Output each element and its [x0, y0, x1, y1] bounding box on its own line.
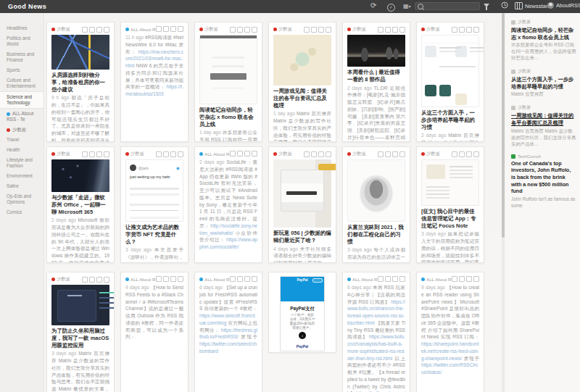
- share-instapaper-icon[interactable]: [163, 26, 169, 32]
- share-save-icon[interactable]: [326, 27, 331, 33]
- share-instapaper-icon[interactable]: [385, 27, 391, 33]
- news-card[interactable]: PayPalPayPal支付一个账户，收款全球，0费用开户覆盖200+家/地区管…: [268, 272, 336, 353]
- share-save-icon[interactable]: [178, 151, 183, 157]
- sidebar-item-少数派[interactable]: 少数派: [0, 125, 44, 135]
- sidebar-item-health[interactable]: Health: [0, 145, 44, 155]
- share-save-icon[interactable]: [252, 151, 257, 157]
- newsstand-button[interactable]: Newsstand: [515, 2, 552, 9]
- share-facebook-icon[interactable]: [82, 277, 88, 283]
- share-facebook-icon[interactable]: [230, 27, 236, 33]
- share-facebook-icon[interactable]: [82, 151, 88, 157]
- share-email-icon[interactable]: [244, 27, 250, 33]
- sidebar-item-op-eds-and-opinions[interactable]: Op-Eds and Opinions: [0, 191, 44, 207]
- card-title[interactable]: 本周看什么 | 最近值得一看的 8 部作品: [347, 69, 405, 83]
- sidebar-item-sports[interactable]: Sports: [0, 65, 44, 75]
- share-save-icon[interactable]: [399, 276, 405, 282]
- share-email-icon[interactable]: [392, 151, 398, 157]
- search-box[interactable]: [415, 2, 480, 10]
- share-instapaper-icon[interactable]: [385, 151, 391, 157]
- share-save-icon[interactable]: [326, 151, 331, 157]
- news-card[interactable]: 少数派 从这三个方面入手，一步步培养起早睡早起的习惯 2 days ago Ma…: [416, 22, 484, 142]
- news-card[interactable]: ALL About RSS - Teleg 9 days ago 【How to…: [416, 272, 484, 392]
- share-email-icon[interactable]: [170, 276, 176, 282]
- card-link[interactable]: https://twitter.com/RSSCircus/status/: [421, 362, 478, 375]
- share-save-icon[interactable]: [473, 276, 479, 282]
- sidebar-item-lifestyle-and-fashion[interactable]: Lifestyle and Fashion: [0, 155, 44, 171]
- news-card[interactable]: 少数派 从房源选择到好物分享，给准备租房的你一些小建议 9 h ago 都说「房…: [46, 22, 115, 142]
- panel-item-title[interactable]: One of Canada's top investors, John Ruff…: [511, 160, 576, 195]
- panel-item[interactable]: TechCrunch One of Canada's top investors…: [511, 154, 576, 209]
- mark-all-read-icon[interactable]: ✓: [387, 2, 395, 11]
- share-instapaper-icon[interactable]: [459, 27, 465, 33]
- share-instapaper-icon[interactable]: [163, 151, 169, 157]
- news-card[interactable]: 少数派 阅读笔记自动同步，轻芒杂志 x flomo 联名会员上线 1 day a…: [194, 22, 262, 142]
- paypal-arrow-button[interactable]: ›: [299, 332, 306, 339]
- search-input[interactable]: [426, 4, 476, 9]
- share-save-icon[interactable]: [178, 26, 183, 32]
- share-email-icon[interactable]: [318, 27, 324, 33]
- share-email-icon[interactable]: [318, 151, 324, 157]
- share-facebook-icon[interactable]: [156, 276, 162, 282]
- share-facebook-icon[interactable]: [156, 151, 162, 157]
- share-email-icon[interactable]: [466, 27, 472, 33]
- share-save-icon[interactable]: [399, 27, 405, 33]
- share-instapaper-icon[interactable]: [237, 27, 243, 33]
- share-email-icon[interactable]: [392, 276, 398, 282]
- sidebar-item-comics[interactable]: Comics: [0, 207, 44, 217]
- card-title[interactable]: 与少数派「走进」微软苏州 Office，一起聊一聊 Microsoft 365: [51, 194, 109, 215]
- share-email-icon[interactable]: [244, 151, 250, 157]
- share-save-icon[interactable]: [252, 27, 257, 33]
- share-email-icon[interactable]: [96, 151, 102, 157]
- share-email-icon[interactable]: [96, 27, 102, 33]
- scrollbar-thumb[interactable]: [502, 13, 505, 238]
- share-save-icon[interactable]: [252, 276, 257, 282]
- sidebar-item-travel[interactable]: Travel: [0, 135, 44, 145]
- sidebar-item-all-about-rss-te[interactable]: ALL About RSS - Te: [0, 109, 44, 125]
- share-facebook-icon[interactable]: [230, 151, 236, 157]
- share-save-icon[interactable]: [399, 151, 405, 157]
- share-save-icon[interactable]: [104, 27, 109, 33]
- share-instapaper-icon[interactable]: [385, 276, 391, 282]
- share-instapaper-icon[interactable]: [311, 151, 317, 157]
- card-title[interactable]: 让推文成为艺术品的数字货币 NFT 究竟是什么？: [125, 224, 183, 245]
- share-facebook-icon[interactable]: [156, 26, 162, 32]
- news-card[interactable]: ALL About RSS - Teleg 2 days ago SociaLi…: [194, 146, 262, 263]
- panel-item[interactable]: 少数派 从这三个方面入手，一步步培养起早睡早起的习惯 Matrix 首页推荐: [511, 68, 576, 98]
- news-card[interactable]: 少数派 @jackjust setting up my twttr 让推文成为艺…: [120, 146, 188, 263]
- card-title[interactable]: 为了防止久坐和用脑过度，我写了一款 macOS 用眼监控应用: [51, 328, 109, 349]
- share-save-icon[interactable]: [473, 151, 479, 157]
- news-card[interactable]: 少数派 与少数派「走进」微软苏州 Office，一起聊一聊 Microsoft …: [46, 146, 115, 263]
- filter-icon[interactable]: [484, 4, 489, 7]
- panel-item[interactable]: 少数派 一周游戏见闻：值得关注的各平台要闻汇总及梳理 Matrix 首页推荐 M…: [511, 104, 576, 147]
- news-card[interactable]: 少数派 为了防止久坐和用脑过度，我写了一款 macOS 用眼监控应用 3 day…: [46, 272, 115, 392]
- news-card[interactable]: ALL About RSS - Teleg 11 h ago #RSS阅读器 #…: [120, 22, 188, 142]
- sidebar-item-business-and-finance[interactable]: Business and Finance: [0, 49, 44, 65]
- news-card[interactable]: 少数派 从富兰克林到 2021，我们都在工程化自己的习惯 3 days ago …: [342, 146, 410, 263]
- share-facebook-icon[interactable]: [378, 276, 384, 282]
- share-save-icon[interactable]: [104, 277, 109, 283]
- share-instapaper-icon[interactable]: [237, 151, 243, 157]
- share-facebook-icon[interactable]: [452, 27, 457, 33]
- share-instapaper-icon[interactable]: [237, 276, 243, 282]
- share-facebook-icon[interactable]: [304, 151, 310, 157]
- news-card[interactable]: 少数派 [征文] 我心目中的最佳信息管理笔记 App：专注笔记 Focus No…: [416, 146, 484, 263]
- share-instapaper-icon[interactable]: [89, 27, 95, 33]
- card-link[interactable]: https://twitter.com/select/chbombard: [199, 341, 257, 354]
- news-card[interactable]: ALL About RSS - Teleg 4 days ago 【How to…: [120, 272, 188, 392]
- sidebar-item-science-and-technology[interactable]: Science and Technology: [0, 91, 44, 109]
- sidebar-item-culture-and-entertainment[interactable]: Culture and Entertainment: [0, 75, 44, 91]
- share-instapaper-icon[interactable]: [459, 151, 465, 157]
- share-facebook-icon[interactable]: [230, 276, 236, 282]
- share-email-icon[interactable]: [96, 277, 102, 283]
- share-facebook-icon[interactable]: [452, 151, 457, 157]
- sidebar-item-environment[interactable]: Environment: [0, 171, 44, 181]
- share-facebook-icon[interactable]: [304, 27, 310, 33]
- panel-item-title[interactable]: 阅读笔记自动同步，轻芒杂志 x flomo 联名会员上线: [511, 27, 576, 41]
- panel-item-title[interactable]: 从这三个方面入手，一步步培养起早睡早起的习惯: [511, 76, 576, 90]
- share-instapaper-icon[interactable]: [89, 151, 95, 157]
- share-email-icon[interactable]: [466, 151, 472, 157]
- share-facebook-icon[interactable]: [452, 276, 457, 282]
- news-card[interactable]: 少数派 新玩意 056 | 少数派的编辑们最近买了啥？ 4 days ago 关…: [268, 146, 336, 263]
- card-title[interactable]: 新玩意 056 | 少数派的编辑们最近买了啥？: [273, 230, 331, 244]
- share-email-icon[interactable]: [392, 27, 398, 33]
